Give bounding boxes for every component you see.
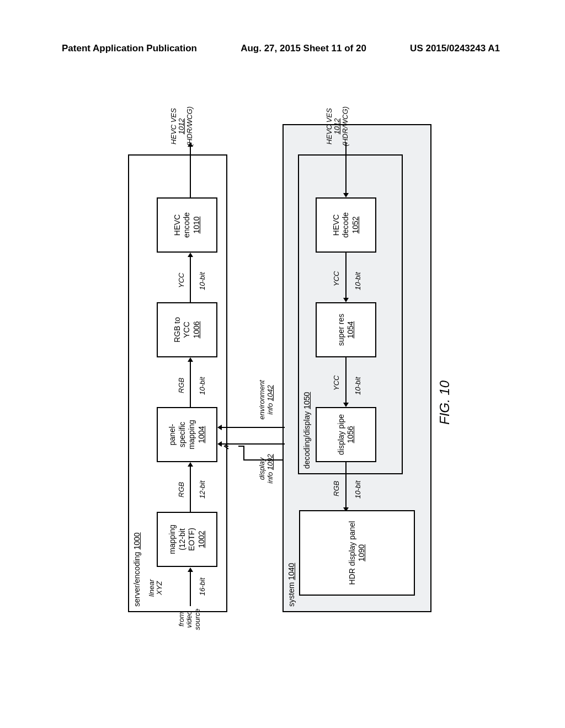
linear-xyz-label: linear XYZ (148, 579, 164, 597)
super-res-box: super res 1054 (316, 302, 376, 357)
ycc-d23-top: YCC (333, 376, 340, 390)
feedback-stubs (281, 403, 285, 458)
env-info-label: environment info 1042 (250, 375, 274, 425)
ycc-d23-bot: 10-bit (354, 377, 362, 395)
diagram: server/encoding 1000 from video source l… (128, 110, 437, 618)
arrow-d1-d2 (343, 253, 349, 302)
svg-marker-16 (343, 193, 349, 197)
svg-marker-1 (188, 568, 193, 572)
svg-marker-14 (217, 425, 222, 430)
rgb-d34-top: RGB (333, 481, 340, 496)
svg-marker-12 (217, 441, 222, 447)
header-center: Aug. 27, 2015 Sheet 11 of 20 (241, 43, 366, 54)
ycc-d12-top: YCC (333, 271, 340, 286)
header-left: Patent Application Publication (62, 43, 197, 54)
rgb-to-ycc-box: RGB to YCC 1006 (157, 302, 217, 357)
svg-marker-18 (343, 298, 349, 302)
svg-marker-3 (188, 462, 193, 467)
hdr-display-panel-box: HDR display panel 1090 (299, 510, 415, 596)
ycc-10b-top: YCC (178, 273, 185, 288)
hevc-encode-box: HEVC encode 1010 (157, 197, 217, 253)
svg-marker-7 (188, 253, 193, 257)
display-pipe-box: display pipe 1056 (316, 407, 376, 462)
arrow-decoder-in (343, 142, 349, 197)
arrow-b3-b4 (188, 253, 193, 302)
rgb-d34-bot: 10-bit (354, 480, 362, 499)
decoding-display-label: decoding/display 1050 (302, 392, 311, 469)
hevc-decode-box: HEVC decode 1052 (316, 197, 376, 253)
hevc-ves-out-label: HEVC VES 1012 (HDR/WCG) (170, 101, 194, 151)
svg-marker-20 (343, 403, 349, 407)
arrow-b2-b3 (188, 357, 193, 407)
system-label: system 1040 (287, 563, 296, 607)
arrow-into-b1 (188, 568, 193, 606)
header-right: US 2015/0243243 A1 (410, 43, 500, 54)
svg-marker-5 (188, 357, 193, 362)
rgb-12b-top: RGB (178, 482, 185, 497)
sixteen-bit-label: 16-bit (199, 577, 206, 596)
rgb-10b-top: RGB (178, 378, 185, 393)
from-video-source-label: from video source (178, 606, 201, 633)
mapping-12bit-eotf-box: mapping (12-bit EOTF) 1002 (157, 512, 217, 567)
arrow-d2-d3 (343, 357, 349, 407)
rgb-10b-bot: 10-bit (199, 377, 206, 395)
server-encoding-label: server/encoding 1000 (132, 532, 141, 607)
arrow-d3-panel (343, 462, 349, 512)
display-info-label: display info 1092 (250, 452, 274, 485)
arrow-b1-b2 (188, 462, 193, 512)
rgb-12b-bot: 12-bit (199, 480, 206, 499)
page-header: Patent Application Publication Aug. 27, … (0, 43, 565, 54)
figure-label: FIG. 10 (437, 381, 452, 425)
ycc-10b-bot: 10-bit (199, 272, 206, 290)
ycc-d12-bot: 10-bit (354, 272, 362, 290)
